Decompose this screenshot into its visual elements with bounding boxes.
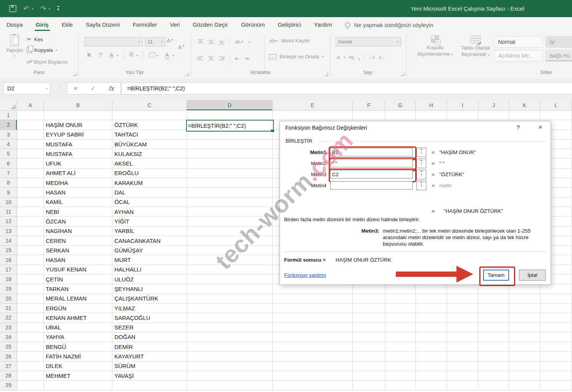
cell-A20[interactable] [17,294,44,304]
cell-I28[interactable] [447,371,479,381]
metin1-input[interactable] [330,148,413,156]
cell-K25[interactable] [509,342,540,352]
cell-H28[interactable] [416,371,447,381]
row-header-28[interactable]: 28 [0,371,17,381]
cell-B28[interactable]: MEHMET [44,371,112,381]
column-header-A[interactable]: A [17,100,44,111]
cell-I1[interactable] [447,111,479,120]
cell-B4[interactable]: MUSTAFA [44,140,112,149]
cell-C25[interactable]: DEMİR [112,342,187,352]
column-header-J[interactable]: J [479,100,509,111]
formula-input[interactable]: =BİRLEŞTİR(B2;" ";C2) [121,82,572,95]
tab-giris[interactable]: Giriş [29,17,55,32]
cell-C18[interactable]: ULUÖZ [112,275,187,284]
cell-A15[interactable] [17,246,44,255]
cell-G24[interactable] [385,333,416,342]
row-header-25[interactable]: 25 [0,342,17,352]
cell-B12[interactable]: ÖZCAN [44,217,112,226]
cell-C14[interactable]: CANACANKATAN [112,236,187,246]
cell-I20[interactable] [447,294,479,304]
cell-J24[interactable] [479,333,509,342]
cell-H22[interactable] [416,313,447,323]
cell-H19[interactable] [416,284,447,294]
cell-E21[interactable] [273,304,353,313]
cell-C10[interactable]: ÖCAL [112,198,187,207]
tab-yardim[interactable]: Yardım [307,17,338,32]
cell-J23[interactable] [479,323,509,333]
merge-center-button[interactable]: ↔ Birleştir ve Ortala ▾ [269,54,324,59]
cell-D10[interactable] [187,198,273,207]
column-header-C[interactable]: C [112,100,187,111]
cell-A28[interactable] [17,371,44,381]
customize-qat-icon[interactable]: ▾ [57,6,59,11]
cell-A11[interactable] [17,207,44,217]
style-bagli[interactable]: Bağlı Hü [546,50,572,61]
name-box[interactable]: D2 ▾ [3,82,50,95]
formula-bar-grip-icon[interactable]: ⋮ [57,83,63,90]
cell-C19[interactable]: ŞEYHANLI [112,284,187,294]
cell-B16[interactable]: HASAN [44,255,112,265]
row-header-8[interactable]: 8 [0,178,17,188]
cell-I27[interactable] [447,361,479,371]
cell-L19[interactable] [540,284,572,294]
cell-C16[interactable]: MURT [112,255,187,265]
cell-G23[interactable] [385,323,416,333]
cell-L22[interactable] [540,313,572,323]
cell-C24[interactable]: DOĞAN [112,333,187,342]
cell-H25[interactable] [416,342,447,352]
tell-me-search[interactable]: Ne yapmak istediğinizi söyleyin [345,22,433,28]
row-header-9[interactable]: 9 [0,188,17,197]
cell-D14[interactable] [187,236,273,246]
row-header-24[interactable]: 24 [0,333,17,342]
column-header-F[interactable]: F [353,100,385,111]
cell-A22[interactable] [17,313,44,323]
cell-B11[interactable]: NEBİ [44,207,112,217]
cell-E24[interactable] [273,333,353,342]
cell-E28[interactable] [273,371,353,381]
cell-G26[interactable] [385,352,416,361]
cell-B27[interactable]: DİLEK [44,361,112,371]
cell-H26[interactable] [416,352,447,361]
underline-caret-icon[interactable]: ▾ [117,54,119,57]
borders-caret-icon[interactable]: ▾ [137,54,138,57]
row-header-3[interactable]: 3 [0,130,17,140]
tab-veri[interactable]: Veri [163,17,186,32]
cell-E20[interactable] [273,294,353,304]
align-middle-icon[interactable] [208,40,214,44]
cell-D9[interactable] [187,188,273,197]
alignment-dialog-launcher-icon[interactable] [325,72,328,76]
cell-L27[interactable] [540,361,572,371]
decrease-decimal-icon[interactable]: ,0→ [378,55,385,59]
cell-C17[interactable]: HALHALLI [112,265,187,275]
cell-F21[interactable] [353,304,385,313]
underline-button[interactable]: A [109,51,113,58]
row-header-13[interactable]: 13 [0,227,17,236]
increase-decimal-icon[interactable]: ←,0 [368,55,374,59]
cell-G19[interactable] [385,284,416,294]
cell-H1[interactable] [416,111,447,120]
cell-A18[interactable] [17,275,44,284]
cell-K22[interactable] [509,313,540,323]
cell-F28[interactable] [353,371,385,381]
cell-L29[interactable] [540,381,572,390]
cell-A5[interactable] [17,149,44,159]
cell-A6[interactable] [17,159,44,168]
cell-L20[interactable] [540,294,572,304]
cell-G22[interactable] [385,313,416,323]
cut-button[interactable]: ✂ Kes [27,36,43,43]
cell-B25[interactable]: BENGÜ [44,342,112,352]
decrease-indent-icon[interactable]: ⇤ [235,55,239,61]
cell-F23[interactable] [353,323,385,333]
font-size-combobox[interactable]: 11 ▾ [145,37,165,47]
cell-C13[interactable]: YARBİL [112,227,187,236]
cell-C29[interactable] [112,381,187,390]
column-header-I[interactable]: I [447,100,479,111]
column-header-G[interactable]: G [385,100,416,111]
fill-color-icon[interactable] [149,53,156,58]
cell-A13[interactable] [17,227,44,236]
cell-I25[interactable] [447,342,479,352]
cell-D20[interactable] [187,294,273,304]
cell-B6[interactable]: UFUK [44,159,112,168]
cell-F19[interactable] [353,284,385,294]
cell-I24[interactable] [447,333,479,342]
